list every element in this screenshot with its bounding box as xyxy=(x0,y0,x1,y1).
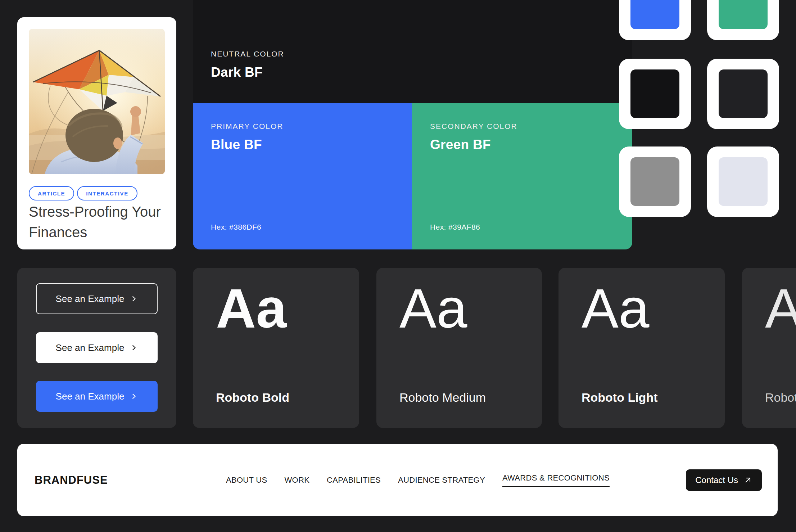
chevron-right-icon xyxy=(130,344,138,352)
brand-guidelines-page: { "brand": { "accent_blue": "#386DF6", "… xyxy=(0,0,796,532)
swatch-frame-green xyxy=(707,0,779,40)
swatch-frame-black xyxy=(619,59,691,129)
see-example-label: See an Example xyxy=(56,391,125,402)
badge-row: ARTICLE INTERACTIVE xyxy=(29,186,137,200)
secondary-color-name: Green BF xyxy=(430,137,491,152)
neutral-color-eyebrow: NEUTRAL COLOR xyxy=(211,50,284,58)
article-title-line2: Finances xyxy=(29,222,166,243)
article-card[interactable]: ARTICLE INTERACTIVE Stress-Proofing Your… xyxy=(17,17,176,249)
badge-interactive[interactable]: INTERACTIVE xyxy=(77,186,137,200)
kite-photo-illustration xyxy=(29,29,165,174)
secondary-hex-label: Hex: #39AF86 xyxy=(430,223,480,231)
see-example-button-blue[interactable]: See an Example xyxy=(36,381,158,412)
nav-awards-recognitions[interactable]: AWARDS & RECOGNITIONS xyxy=(502,473,610,487)
brand-logo: BRANDFUSE xyxy=(35,474,108,487)
type-card-roboto-thin: Aa Roboto Thin xyxy=(742,268,796,428)
secondary-color-eyebrow: SECONDARY COLOR xyxy=(430,122,517,131)
example-buttons-card: See an Example See an Example See an Exa… xyxy=(17,268,176,428)
primary-hex-label: Hex: #386DF6 xyxy=(211,223,261,231)
swatch-blue xyxy=(630,0,679,29)
type-label: Roboto Thin xyxy=(765,391,796,405)
swatch-black xyxy=(630,69,679,118)
contact-us-label: Contact Us xyxy=(695,475,738,485)
swatch-frame-blue xyxy=(619,0,691,40)
swatch-light-gray xyxy=(719,157,768,206)
swatch-frame-charcoal xyxy=(707,59,779,129)
article-title: Stress-Proofing Your Finances xyxy=(29,202,166,243)
see-example-button-white[interactable]: See an Example xyxy=(36,332,158,363)
article-photo xyxy=(29,29,165,174)
see-example-button-outline[interactable]: See an Example xyxy=(36,283,158,314)
nav-work[interactable]: WORK xyxy=(284,475,309,485)
footer-nav: ABOUT US WORK CAPABILITIES AUDIENCE STRA… xyxy=(226,473,610,487)
badge-article[interactable]: ARTICLE xyxy=(29,186,74,200)
type-specimen: Aa xyxy=(216,277,287,341)
swatch-gray xyxy=(630,157,679,206)
type-label: Roboto Medium xyxy=(399,391,486,405)
footer-bar: BRANDFUSE ABOUT US WORK CAPABILITIES AUD… xyxy=(17,444,778,516)
type-specimen: Aa xyxy=(582,277,649,341)
neutral-color-name: Dark BF xyxy=(211,65,263,80)
type-label: Roboto Light xyxy=(582,391,657,405)
nav-about-us[interactable]: ABOUT US xyxy=(226,475,267,485)
nav-capabilities[interactable]: CAPABILITIES xyxy=(327,475,381,485)
nav-audience-strategy[interactable]: AUDIENCE STRATEGY xyxy=(398,475,485,485)
type-specimen: Aa xyxy=(399,277,467,341)
type-specimen: Aa xyxy=(765,277,796,341)
neutral-color-panel: NEUTRAL COLOR Dark BF xyxy=(193,0,632,103)
secondary-color-panel: SECONDARY COLOR Green BF Hex: #39AF86 xyxy=(412,103,632,249)
swatch-charcoal xyxy=(719,69,768,118)
see-example-label: See an Example xyxy=(56,342,125,353)
swatch-frame-gray xyxy=(619,146,691,217)
contact-us-button[interactable]: Contact Us xyxy=(686,469,762,491)
article-title-line1: Stress-Proofing Your xyxy=(29,202,166,222)
primary-color-name: Blue BF xyxy=(211,137,262,152)
swatch-frame-light-gray xyxy=(707,146,779,217)
type-card-roboto-bold: Aa Roboto Bold xyxy=(193,268,359,428)
swatch-green xyxy=(719,0,768,29)
type-label: Roboto Bold xyxy=(216,391,289,405)
arrow-up-right-icon xyxy=(743,475,752,485)
color-palette-section: NEUTRAL COLOR Dark BF PRIMARY COLOR Blue… xyxy=(193,0,632,249)
chevron-right-icon xyxy=(130,392,138,400)
type-card-roboto-light: Aa Roboto Light xyxy=(558,268,725,428)
type-card-roboto-medium: Aa Roboto Medium xyxy=(376,268,542,428)
chevron-right-icon xyxy=(130,295,138,303)
primary-color-eyebrow: PRIMARY COLOR xyxy=(211,122,283,131)
see-example-label: See an Example xyxy=(56,293,125,305)
primary-color-panel: PRIMARY COLOR Blue BF Hex: #386DF6 xyxy=(193,103,412,249)
